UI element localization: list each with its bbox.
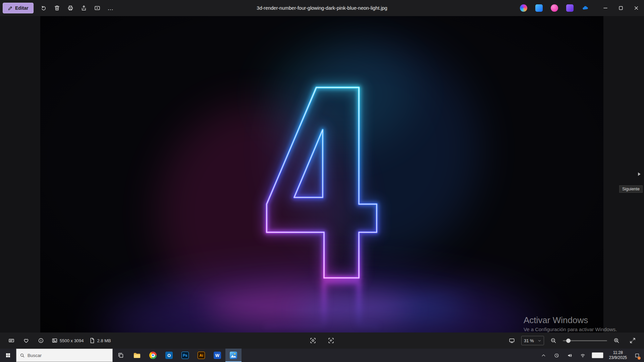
search-icon: [20, 353, 25, 358]
window-title: 3d-render-number-four-glowing-dark-pink-…: [257, 5, 387, 11]
illustrator-icon: Ai: [198, 352, 205, 359]
titlebar: Editar … 3d-render-number-four-glowing-d…: [0, 0, 644, 16]
search-input[interactable]: [28, 353, 101, 358]
filesize-group: 2.8 MB: [87, 338, 113, 344]
outlook-icon: O: [165, 352, 173, 359]
onedrive-icon[interactable]: [582, 4, 589, 12]
file-info-button[interactable]: [34, 334, 48, 347]
info-icon: [38, 338, 44, 344]
titlebar-app-shortcuts: [520, 4, 589, 12]
favorite-button[interactable]: [19, 334, 33, 347]
printer-icon: [67, 5, 73, 11]
taskbar-word[interactable]: W: [209, 349, 225, 362]
tray-network-button[interactable]: [579, 349, 587, 362]
filmstrip-toggle-button[interactable]: [5, 334, 18, 347]
maximize-icon: [618, 5, 624, 11]
slideshow-icon: [94, 5, 100, 11]
taskbar-clock[interactable]: 11:28 23/9/2025: [608, 350, 628, 360]
text-actions-button[interactable]: [324, 334, 338, 347]
tray-clock-app-button[interactable]: [552, 349, 561, 362]
taskbar-outlook[interactable]: O: [161, 349, 177, 362]
dimensions-group: 5500 x 3094: [49, 338, 86, 344]
language-indicator[interactable]: ESP: [592, 352, 603, 358]
edit-pencil-icon: [8, 6, 13, 11]
print-button[interactable]: [64, 1, 77, 15]
tray-volume-button[interactable]: [566, 349, 574, 362]
gallery-icon[interactable]: [566, 4, 574, 12]
zoom-in-icon: [613, 338, 620, 344]
clipchamp-icon[interactable]: [551, 4, 558, 12]
clock-date: 23/9/2025: [609, 355, 627, 360]
file-size-icon: [89, 338, 95, 344]
visual-search-icon: [310, 338, 316, 344]
close-button[interactable]: [629, 0, 644, 16]
task-view-icon: [118, 352, 124, 358]
tray-chevron-button[interactable]: [539, 349, 548, 362]
task-view-button[interactable]: [113, 349, 129, 362]
delete-button[interactable]: [50, 1, 64, 15]
taskbar-illustrator[interactable]: Ai: [193, 349, 209, 362]
action-center-button[interactable]: [633, 349, 641, 362]
next-arrow-icon: [637, 172, 642, 177]
filmstrip-icon: [8, 338, 14, 344]
next-image-button[interactable]: [635, 170, 643, 178]
chrome-icon: [149, 352, 157, 359]
chevron-down-icon: [538, 339, 541, 343]
photo-canvas[interactable]: [40, 16, 603, 333]
zoom-in-button[interactable]: [610, 334, 623, 347]
fullscreen-icon: [630, 338, 636, 344]
rotate-button[interactable]: [37, 1, 50, 15]
zoom-level-select[interactable]: 31 %: [521, 336, 544, 345]
image-dimensions-icon: [52, 338, 58, 344]
windows-logo-icon: [5, 353, 11, 358]
hdr-display-icon: [509, 338, 515, 344]
statusbar-left: 5500 x 3094 2.8 MB: [5, 334, 113, 347]
designer-icon[interactable]: [535, 4, 543, 12]
taskbar-photos-active[interactable]: [225, 349, 241, 362]
neon-four-image: [40, 16, 603, 333]
chevron-up-icon: [541, 353, 546, 358]
file-size-value: 2.8 MB: [97, 338, 111, 343]
clock-icon: [554, 353, 559, 358]
hdr-display-button[interactable]: [505, 334, 519, 347]
heart-icon: [23, 338, 29, 344]
rotate-icon: [41, 5, 47, 11]
taskbar-file-explorer[interactable]: [129, 349, 145, 362]
slideshow-button[interactable]: [91, 1, 104, 15]
statusbar-center: [306, 334, 338, 347]
image-dimensions-value: 5500 x 3094: [60, 338, 84, 343]
notification-badge: [638, 357, 641, 360]
taskbar-chrome[interactable]: [145, 349, 161, 362]
share-button[interactable]: [77, 1, 91, 15]
zoom-out-button[interactable]: [547, 334, 560, 347]
system-tray: ESP 11:28 23/9/2025: [539, 349, 644, 362]
next-tooltip: Siguiente: [619, 185, 643, 193]
zoom-slider-handle[interactable]: [566, 339, 571, 343]
text-scan-icon: [328, 338, 334, 344]
close-icon: [633, 5, 639, 11]
copilot-icon[interactable]: [520, 4, 527, 12]
edit-button[interactable]: Editar: [3, 3, 34, 13]
more-options-button[interactable]: …: [104, 1, 117, 15]
taskbar-photoshop[interactable]: Ps: [177, 349, 193, 362]
fullscreen-button[interactable]: [626, 334, 639, 347]
viewer-content: Siguiente Activar Windows Ve a Configura…: [0, 16, 644, 333]
minimize-icon: [602, 5, 608, 11]
photos-app-icon: [230, 352, 237, 359]
more-options-icon: …: [107, 6, 114, 10]
clock-time: 11:28: [613, 350, 623, 355]
photos-app-window: Editar … 3d-render-number-four-glowing-d…: [0, 0, 644, 362]
word-icon: W: [214, 352, 221, 359]
windows-taskbar: O Ps Ai W: [0, 349, 644, 362]
visual-search-button[interactable]: [306, 334, 320, 347]
volume-icon: [567, 353, 572, 358]
start-button[interactable]: [0, 349, 16, 362]
statusbar-right: 31 %: [505, 334, 639, 347]
maximize-button[interactable]: [613, 0, 629, 16]
titlebar-right: [520, 0, 644, 16]
photoshop-icon: Ps: [181, 352, 189, 359]
minimize-button[interactable]: [598, 0, 613, 16]
viewer-statusbar: 5500 x 3094 2.8 MB 31 %: [0, 333, 644, 349]
taskbar-search[interactable]: [16, 349, 113, 362]
zoom-slider[interactable]: [563, 336, 607, 345]
